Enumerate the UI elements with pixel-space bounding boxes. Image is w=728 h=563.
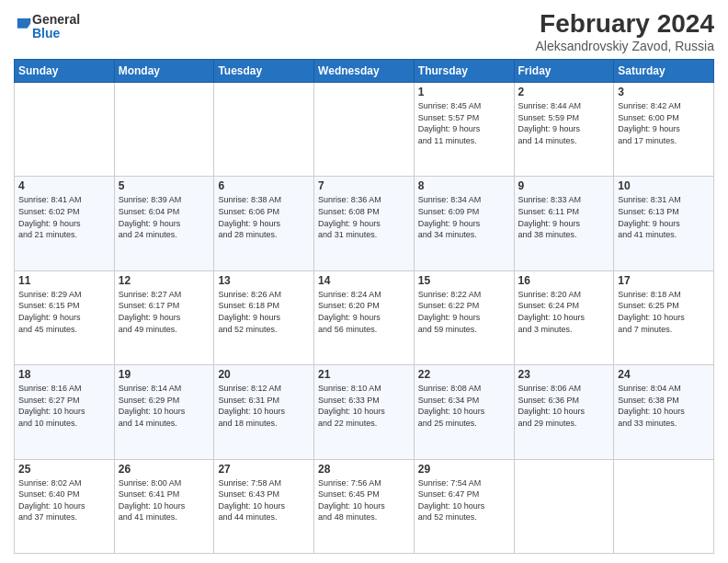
- day-number: 24: [618, 368, 710, 381]
- day-number: 2: [518, 86, 610, 98]
- day-number: 26: [119, 463, 210, 476]
- calendar-cell: 4Sunrise: 8:41 AM Sunset: 6:02 PM Daylig…: [15, 177, 115, 270]
- calendar-header-row: SundayMondayTuesdayWednesdayThursdayFrid…: [15, 60, 714, 83]
- calendar-cell: 25Sunrise: 8:02 AM Sunset: 6:40 PM Dayli…: [15, 459, 115, 553]
- day-number: 17: [618, 274, 710, 287]
- day-info: Sunrise: 8:44 AM Sunset: 5:59 PM Dayligh…: [518, 100, 610, 146]
- calendar-cell: [514, 459, 614, 553]
- day-info: Sunrise: 8:34 AM Sunset: 6:09 PM Dayligh…: [418, 194, 510, 240]
- day-number: 1: [418, 86, 510, 98]
- day-number: 19: [119, 368, 210, 381]
- day-info: Sunrise: 7:56 AM Sunset: 6:45 PM Dayligh…: [318, 477, 410, 523]
- day-number: 13: [218, 274, 310, 287]
- day-info: Sunrise: 8:29 AM Sunset: 6:15 PM Dayligh…: [18, 289, 110, 335]
- calendar-cell: 20Sunrise: 8:12 AM Sunset: 6:31 PM Dayli…: [214, 365, 314, 459]
- day-info: Sunrise: 8:18 AM Sunset: 6:25 PM Dayligh…: [618, 289, 710, 335]
- calendar-week-1: 1Sunrise: 8:45 AM Sunset: 5:57 PM Daylig…: [15, 83, 714, 177]
- calendar-cell: 6Sunrise: 8:38 AM Sunset: 6:06 PM Daylig…: [214, 177, 314, 270]
- calendar-cell: 28Sunrise: 7:56 AM Sunset: 6:45 PM Dayli…: [314, 459, 415, 553]
- calendar-week-5: 25Sunrise: 8:02 AM Sunset: 6:40 PM Dayli…: [15, 459, 714, 553]
- page: General Blue February 2024 Aleksandrovsk…: [0, 0, 728, 563]
- day-info: Sunrise: 8:39 AM Sunset: 6:04 PM Dayligh…: [119, 194, 210, 240]
- calendar-cell: 17Sunrise: 8:18 AM Sunset: 6:25 PM Dayli…: [614, 270, 714, 364]
- calendar-week-4: 18Sunrise: 8:16 AM Sunset: 6:27 PM Dayli…: [15, 365, 714, 459]
- calendar-cell: 2Sunrise: 8:44 AM Sunset: 5:59 PM Daylig…: [514, 83, 614, 177]
- calendar-week-2: 4Sunrise: 8:41 AM Sunset: 6:02 PM Daylig…: [15, 177, 714, 270]
- day-info: Sunrise: 8:12 AM Sunset: 6:31 PM Dayligh…: [218, 383, 310, 429]
- calendar-cell: 16Sunrise: 8:20 AM Sunset: 6:24 PM Dayli…: [514, 270, 614, 364]
- day-info: Sunrise: 7:54 AM Sunset: 6:47 PM Dayligh…: [418, 477, 510, 523]
- calendar-cell: 26Sunrise: 8:00 AM Sunset: 6:41 PM Dayli…: [114, 459, 214, 553]
- day-number: 15: [418, 274, 510, 287]
- day-header-tuesday: Tuesday: [214, 60, 314, 83]
- calendar-cell: 18Sunrise: 8:16 AM Sunset: 6:27 PM Dayli…: [15, 365, 115, 459]
- day-info: Sunrise: 8:41 AM Sunset: 6:02 PM Dayligh…: [18, 194, 110, 240]
- calendar-cell: 27Sunrise: 7:58 AM Sunset: 6:43 PM Dayli…: [214, 459, 314, 553]
- calendar-cell: [214, 83, 314, 177]
- calendar-cell: 22Sunrise: 8:08 AM Sunset: 6:34 PM Dayli…: [414, 365, 514, 459]
- day-info: Sunrise: 8:22 AM Sunset: 6:22 PM Dayligh…: [418, 289, 510, 335]
- calendar-week-3: 11Sunrise: 8:29 AM Sunset: 6:15 PM Dayli…: [15, 270, 714, 364]
- day-header-wednesday: Wednesday: [314, 60, 415, 83]
- day-info: Sunrise: 8:20 AM Sunset: 6:24 PM Dayligh…: [518, 289, 610, 335]
- day-number: 21: [318, 368, 410, 381]
- day-number: 22: [418, 368, 510, 381]
- day-info: Sunrise: 8:08 AM Sunset: 6:34 PM Dayligh…: [418, 383, 510, 429]
- day-number: 5: [119, 179, 210, 192]
- day-number: 3: [618, 86, 710, 98]
- day-info: Sunrise: 8:38 AM Sunset: 6:06 PM Dayligh…: [218, 194, 310, 240]
- calendar-subtitle: Aleksandrovskiy Zavod, Russia: [535, 39, 714, 53]
- logo: General Blue: [14, 13, 80, 41]
- logo-blue-text: Blue: [32, 27, 80, 40]
- calendar-cell: 23Sunrise: 8:06 AM Sunset: 6:36 PM Dayli…: [514, 365, 614, 459]
- calendar-cell: 24Sunrise: 8:04 AM Sunset: 6:38 PM Dayli…: [614, 365, 714, 459]
- logo-icon: [16, 17, 32, 37]
- day-number: 8: [418, 179, 510, 192]
- day-info: Sunrise: 8:42 AM Sunset: 6:00 PM Dayligh…: [618, 100, 710, 146]
- calendar-table: SundayMondayTuesdayWednesdayThursdayFrid…: [14, 59, 714, 554]
- day-info: Sunrise: 8:33 AM Sunset: 6:11 PM Dayligh…: [518, 194, 610, 240]
- day-info: Sunrise: 8:06 AM Sunset: 6:36 PM Dayligh…: [518, 383, 610, 429]
- calendar-cell: 29Sunrise: 7:54 AM Sunset: 6:47 PM Dayli…: [414, 459, 514, 553]
- day-number: 28: [318, 463, 410, 476]
- calendar-cell: [314, 83, 415, 177]
- day-info: Sunrise: 8:31 AM Sunset: 6:13 PM Dayligh…: [618, 194, 710, 240]
- day-number: 11: [18, 274, 110, 287]
- day-info: Sunrise: 8:00 AM Sunset: 6:41 PM Dayligh…: [119, 477, 210, 523]
- day-number: 27: [218, 463, 310, 476]
- day-header-saturday: Saturday: [614, 60, 714, 83]
- day-number: 25: [18, 463, 110, 476]
- day-info: Sunrise: 8:14 AM Sunset: 6:29 PM Dayligh…: [119, 383, 210, 429]
- logo-text: General Blue: [32, 13, 80, 41]
- calendar-cell: 10Sunrise: 8:31 AM Sunset: 6:13 PM Dayli…: [614, 177, 714, 270]
- day-header-friday: Friday: [514, 60, 614, 83]
- logo-general-text: General: [32, 13, 80, 27]
- calendar-cell: 9Sunrise: 8:33 AM Sunset: 6:11 PM Daylig…: [514, 177, 614, 270]
- title-block: February 2024 Aleksandrovskiy Zavod, Rus…: [535, 9, 714, 53]
- day-number: 23: [518, 368, 610, 381]
- day-number: 4: [18, 179, 110, 192]
- calendar-cell: 1Sunrise: 8:45 AM Sunset: 5:57 PM Daylig…: [414, 83, 514, 177]
- day-number: 10: [618, 179, 710, 192]
- calendar-title: February 2024: [535, 9, 714, 39]
- day-number: 16: [518, 274, 610, 287]
- header: General Blue February 2024 Aleksandrovsk…: [14, 9, 714, 53]
- day-info: Sunrise: 8:45 AM Sunset: 5:57 PM Dayligh…: [418, 100, 510, 146]
- day-number: 29: [418, 463, 510, 476]
- calendar-cell: 15Sunrise: 8:22 AM Sunset: 6:22 PM Dayli…: [414, 270, 514, 364]
- day-info: Sunrise: 8:24 AM Sunset: 6:20 PM Dayligh…: [318, 289, 410, 335]
- day-info: Sunrise: 8:04 AM Sunset: 6:38 PM Dayligh…: [618, 383, 710, 429]
- day-info: Sunrise: 8:27 AM Sunset: 6:17 PM Dayligh…: [119, 289, 210, 335]
- calendar-cell: 11Sunrise: 8:29 AM Sunset: 6:15 PM Dayli…: [15, 270, 115, 364]
- day-number: 12: [119, 274, 210, 287]
- calendar-cell: 21Sunrise: 8:10 AM Sunset: 6:33 PM Dayli…: [314, 365, 415, 459]
- day-info: Sunrise: 8:10 AM Sunset: 6:33 PM Dayligh…: [318, 383, 410, 429]
- calendar-cell: 3Sunrise: 8:42 AM Sunset: 6:00 PM Daylig…: [614, 83, 714, 177]
- calendar-cell: 12Sunrise: 8:27 AM Sunset: 6:17 PM Dayli…: [114, 270, 214, 364]
- day-number: 20: [218, 368, 310, 381]
- calendar-cell: 5Sunrise: 8:39 AM Sunset: 6:04 PM Daylig…: [114, 177, 214, 270]
- day-info: Sunrise: 7:58 AM Sunset: 6:43 PM Dayligh…: [218, 477, 310, 523]
- day-number: 14: [318, 274, 410, 287]
- day-header-sunday: Sunday: [15, 60, 115, 83]
- calendar-cell: [114, 83, 214, 177]
